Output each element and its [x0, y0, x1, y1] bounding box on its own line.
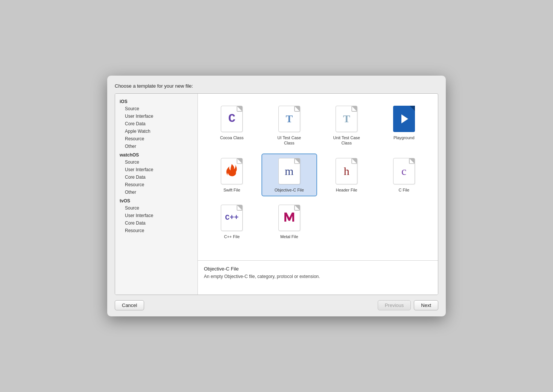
template-grid-area: CCocoa ClassTUI Test Case ClassTUnit Tes…: [198, 94, 438, 261]
template-grid: CCocoa ClassTUI Test Case ClassTUnit Tes…: [204, 101, 432, 243]
template-item-swift-file[interactable]: Swift File: [204, 153, 260, 196]
corner-fold-icon: [237, 106, 242, 111]
sidebar-item[interactable]: User Interface: [115, 166, 198, 173]
dialog-body: iOSSourceUser InterfaceCore DataApple Wa…: [115, 93, 438, 295]
sidebar-item[interactable]: Other: [115, 188, 198, 196]
sidebar-item[interactable]: Apple Watch: [115, 128, 198, 135]
sidebar-item[interactable]: Resource: [115, 135, 198, 143]
navigation-buttons: Previous Next: [378, 300, 438, 310]
sidebar-item[interactable]: User Interface: [115, 112, 198, 120]
sidebar: iOSSourceUser InterfaceCore DataApple Wa…: [115, 94, 198, 295]
template-icon-swift-file: [220, 157, 244, 185]
corner-fold-icon: [295, 106, 300, 111]
sidebar-item[interactable]: Source: [115, 204, 198, 212]
previous-button[interactable]: Previous: [378, 300, 411, 310]
sidebar-item[interactable]: Resource: [115, 181, 198, 188]
template-label-playground: Playground: [393, 135, 415, 140]
template-item-cpp-file[interactable]: C++C++ File: [204, 200, 260, 243]
cocoa-c-letter-icon: C: [228, 113, 235, 125]
file-icon-base: h: [336, 158, 357, 184]
template-label-objc-file: Objective-C File: [275, 187, 304, 193]
file-icon-base: T: [278, 106, 300, 132]
description-area: Objective-C File An empty Objective-C fi…: [198, 261, 438, 295]
file-icon-base: C++: [221, 205, 243, 231]
sidebar-item[interactable]: User Interface: [115, 212, 198, 219]
template-label-header-file: Header File: [336, 187, 357, 193]
corner-fold-icon: [409, 158, 415, 164]
cpp-letter-icon: C++: [225, 214, 239, 222]
sidebar-section-header: iOS: [115, 97, 198, 105]
c-letter-icon: c: [401, 166, 406, 177]
corner-fold-icon: [352, 106, 357, 111]
metal-m-icon: [284, 210, 295, 223]
corner-fold-icon: [295, 158, 300, 164]
template-label-ui-test-case: UI Test Case Class: [272, 135, 306, 146]
corner-fold-icon: [352, 158, 357, 164]
corner-fold-icon: [237, 158, 242, 164]
playground-icon: [393, 106, 415, 132]
m-letter-icon: m: [285, 166, 293, 177]
template-icon-unit-test-case: T: [334, 105, 359, 133]
sidebar-item[interactable]: Other: [115, 143, 198, 150]
swift-letter-icon: [226, 163, 238, 179]
file-icon-base: m: [278, 158, 300, 184]
template-icon-metal-file: [277, 204, 301, 232]
t-grey-letter-icon: T: [343, 114, 350, 124]
template-icon-objc-file: m: [277, 157, 301, 185]
file-icon-base: T: [336, 106, 357, 132]
template-label-c-file: C File: [398, 187, 409, 193]
sidebar-item[interactable]: Core Data: [115, 219, 198, 227]
template-item-unit-test-case[interactable]: TUnit Test Case Class: [319, 101, 375, 150]
template-label-cocoa-class: Cocoa Class: [220, 135, 243, 140]
sidebar-item[interactable]: Resource: [115, 227, 198, 234]
metal-letter-icon: [284, 210, 295, 225]
template-label-metal-file: Metal File: [280, 234, 298, 239]
template-icon-cocoa-class: C: [220, 105, 244, 133]
corner-fold-icon: [295, 205, 300, 210]
template-icon-ui-test-case: T: [277, 105, 301, 133]
template-item-playground[interactable]: Playground: [376, 101, 432, 144]
template-label-unit-test-case: Unit Test Case Class: [330, 135, 363, 146]
dialog-footer: Cancel Previous Next: [115, 300, 438, 310]
description-text: An empty Objective-C file, category, pro…: [204, 273, 432, 280]
next-button[interactable]: Next: [414, 300, 438, 310]
template-item-header-file[interactable]: hHeader File: [319, 153, 375, 196]
template-label-swift-file: Swift File: [223, 187, 240, 193]
template-item-metal-file[interactable]: Metal File: [261, 200, 318, 243]
sidebar-section-header: watchOS: [115, 150, 198, 158]
template-icon-cpp-file: C++: [220, 204, 244, 232]
template-item-objc-file[interactable]: mObjective-C File: [261, 153, 318, 196]
cancel-button[interactable]: Cancel: [115, 300, 144, 310]
sidebar-section-header: tvOS: [115, 196, 198, 204]
h-letter-icon: h: [344, 166, 349, 177]
template-icon-c-file: c: [392, 157, 416, 185]
template-icon-header-file: h: [334, 157, 359, 185]
file-icon-base: [221, 158, 243, 184]
swift-flame-icon: [226, 163, 238, 177]
template-icon-playground: [392, 105, 416, 133]
template-item-ui-test-case[interactable]: TUI Test Case Class: [261, 101, 318, 150]
template-item-c-file[interactable]: cC File: [376, 153, 432, 196]
sidebar-item[interactable]: Core Data: [115, 120, 198, 128]
sidebar-item[interactable]: Source: [115, 105, 198, 112]
sidebar-item[interactable]: Source: [115, 158, 198, 166]
template-item-cocoa-class[interactable]: CCocoa Class: [204, 101, 260, 144]
template-chooser-dialog: Choose a template for your new file: iOS…: [107, 76, 446, 316]
dialog-title: Choose a template for your new file:: [115, 83, 438, 89]
play-triangle-icon: [401, 114, 408, 123]
template-label-cpp-file: C++ File: [224, 234, 240, 239]
file-icon-base: c: [393, 158, 415, 184]
description-title: Objective-C File: [204, 266, 432, 272]
t-blue-letter-icon: T: [286, 114, 293, 124]
content-area: CCocoa ClassTUI Test Case ClassTUnit Tes…: [198, 94, 438, 295]
corner-fold-icon: [237, 205, 242, 210]
sidebar-item[interactable]: Core Data: [115, 173, 198, 181]
file-icon-base: C: [221, 106, 243, 132]
file-icon-base: [278, 205, 300, 231]
